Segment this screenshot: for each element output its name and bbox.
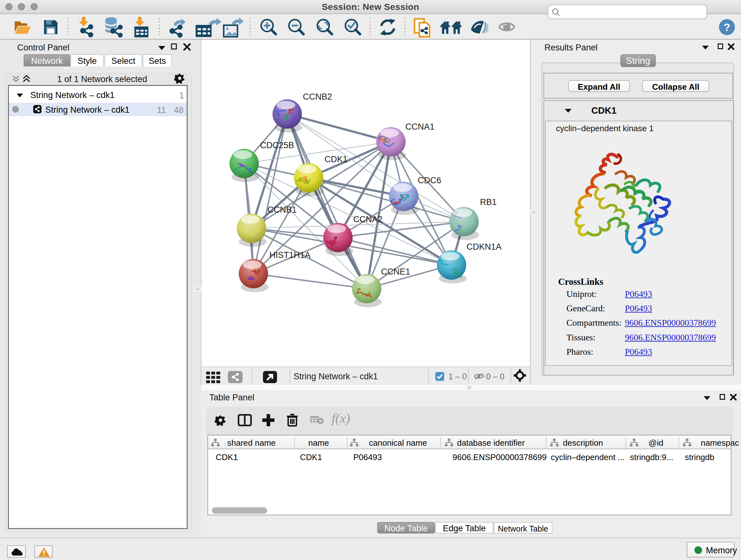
svg-text:RB1: RB1: [480, 197, 497, 207]
svg-text:HIST1H1A: HIST1H1A: [269, 250, 311, 260]
svg-text:CCNB2: CCNB2: [303, 92, 332, 102]
svg-text:CDC25B: CDC25B: [260, 140, 294, 150]
svg-text:CCNE1: CCNE1: [381, 267, 410, 276]
svg-text:?: ?: [724, 21, 731, 33]
svg-text:CCNA1: CCNA1: [405, 122, 434, 132]
svg-text:CDC6: CDC6: [418, 176, 441, 185]
svg-text:CDK1: CDK1: [325, 154, 347, 164]
svg-text:CDKN1A: CDKN1A: [467, 242, 502, 252]
svg-text:CCNA2: CCNA2: [353, 214, 383, 224]
svg-text:CCNB1: CCNB1: [267, 205, 297, 214]
